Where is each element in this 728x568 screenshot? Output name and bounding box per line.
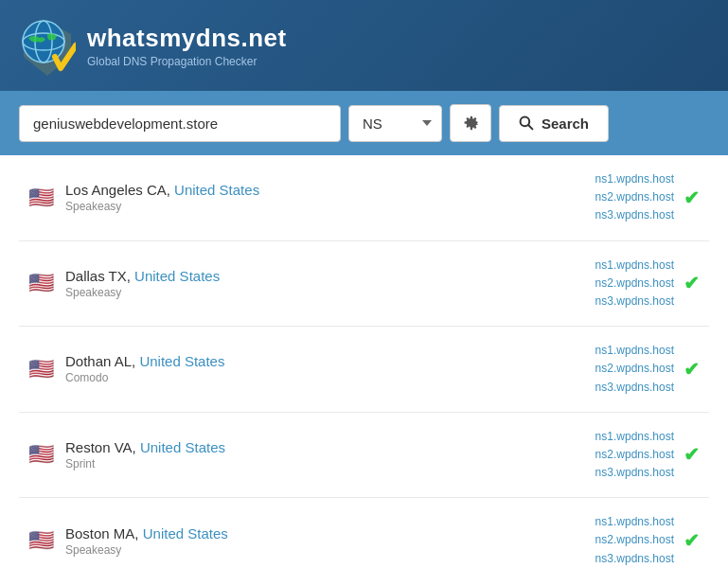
dns-list: ns1.wpdns.hostns2.wpdns.hostns3.wpdns.ho… [595, 257, 674, 311]
verified-icon: ✔ [684, 186, 700, 209]
isp-label: Speakeasy [65, 200, 259, 213]
flag-icon: 🇺🇸 [28, 186, 54, 210]
location-name: Reston VA, United States [65, 439, 225, 455]
search-label: Search [542, 115, 589, 132]
location-name: Los Angeles CA, United States [65, 182, 259, 198]
dns-item[interactable]: ns2.wpdns.host [595, 275, 674, 293]
isp-label: Speakeasy [65, 286, 220, 299]
logo-container: whatsmydns.net Global DNS Propagation Ch… [19, 17, 287, 74]
country-label: United States [139, 353, 224, 369]
verified-icon: ✔ [684, 272, 700, 294]
country-label: United States [174, 182, 259, 198]
dns-item[interactable]: ns3.wpdns.host [595, 293, 674, 311]
search-bar: NS A AAAA CNAME MX PTR SOA SRV TXT Searc… [0, 91, 728, 155]
dns-item[interactable]: ns1.wpdns.host [595, 428, 674, 446]
city-label: Los Angeles CA, [65, 182, 174, 198]
dns-item[interactable]: ns3.wpdns.host [595, 206, 674, 224]
dns-item[interactable]: ns3.wpdns.host [595, 379, 674, 397]
logo-icon [19, 17, 76, 74]
location-info: 🇺🇸 Dothan AL, United States Comodo [28, 353, 224, 384]
isp-label: Comodo [65, 371, 224, 384]
table-row: 🇺🇸 Boston MA, United States Speakeasy ns… [19, 498, 709, 568]
dns-item[interactable]: ns2.wpdns.host [595, 531, 674, 549]
location-text: Dothan AL, United States Comodo [65, 353, 224, 384]
flag-icon: 🇺🇸 [28, 442, 54, 467]
location-name: Dallas TX, United States [65, 268, 220, 284]
location-info: 🇺🇸 Los Angeles CA, United States Speakea… [28, 182, 259, 213]
dns-list: ns1.wpdns.hostns2.wpdns.hostns3.wpdns.ho… [595, 428, 674, 483]
dns-results: ns1.wpdns.hostns2.wpdns.hostns3.wpdns.ho… [595, 342, 700, 397]
dns-list: ns1.wpdns.hostns2.wpdns.hostns3.wpdns.ho… [595, 513, 674, 568]
dns-item[interactable]: ns3.wpdns.host [595, 464, 674, 482]
dns-results: ns1.wpdns.hostns2.wpdns.hostns3.wpdns.ho… [595, 257, 700, 311]
table-row: 🇺🇸 Dallas TX, United States Speakeasy ns… [19, 241, 709, 328]
dns-item[interactable]: ns1.wpdns.host [595, 257, 674, 275]
search-button[interactable]: Search [499, 105, 609, 142]
country-label: United States [140, 439, 225, 455]
verified-icon: ✔ [684, 358, 700, 381]
dns-item[interactable]: ns2.wpdns.host [595, 360, 674, 378]
site-name: whatsmydns.net [87, 24, 287, 53]
search-icon [519, 115, 534, 131]
verified-icon: ✔ [684, 443, 700, 466]
site-subtitle: Global DNS Propagation Checker [87, 55, 287, 68]
gear-icon [462, 115, 479, 132]
dns-item[interactable]: ns1.wpdns.host [595, 170, 674, 188]
location-text: Boston MA, United States Speakeasy [65, 525, 228, 557]
dns-list: ns1.wpdns.hostns2.wpdns.hostns3.wpdns.ho… [595, 342, 674, 397]
location-text: Los Angeles CA, United States Speakeasy [65, 182, 259, 213]
dns-item[interactable]: ns3.wpdns.host [595, 550, 674, 568]
location-info: 🇺🇸 Boston MA, United States Speakeasy [28, 525, 228, 557]
country-label: United States [134, 268, 220, 284]
city-label: Boston MA, [65, 525, 143, 541]
table-row: 🇺🇸 Reston VA, United States Sprint ns1.w… [19, 413, 709, 499]
location-name: Boston MA, United States [65, 525, 228, 541]
domain-input[interactable] [19, 105, 341, 142]
location-name: Dothan AL, United States [65, 353, 224, 369]
header: whatsmydns.net Global DNS Propagation Ch… [0, 0, 728, 91]
country-label: United States [143, 525, 228, 541]
verified-icon: ✔ [684, 529, 700, 552]
table-row: 🇺🇸 Los Angeles CA, United States Speakea… [19, 155, 709, 241]
dns-item[interactable]: ns2.wpdns.host [595, 188, 674, 206]
svg-line-6 [528, 125, 532, 129]
flag-icon: 🇺🇸 [28, 271, 54, 295]
flag-icon: 🇺🇸 [28, 528, 54, 553]
dns-results: ns1.wpdns.hostns2.wpdns.hostns3.wpdns.ho… [595, 428, 700, 483]
location-info: 🇺🇸 Dallas TX, United States Speakeasy [28, 268, 220, 299]
site-title: whatsmydns.net Global DNS Propagation Ch… [87, 24, 287, 68]
city-label: Dallas TX, [65, 268, 134, 284]
dns-item[interactable]: ns2.wpdns.host [595, 446, 674, 464]
city-label: Reston VA, [65, 439, 140, 455]
dns-results: ns1.wpdns.hostns2.wpdns.hostns3.wpdns.ho… [595, 170, 700, 225]
results-container: 🇺🇸 Los Angeles CA, United States Speakea… [0, 155, 728, 568]
isp-label: Sprint [65, 457, 225, 470]
dns-list: ns1.wpdns.hostns2.wpdns.hostns3.wpdns.ho… [595, 170, 674, 225]
flag-icon: 🇺🇸 [28, 357, 54, 382]
dns-item[interactable]: ns1.wpdns.host [595, 513, 674, 531]
isp-label: Speakeasy [65, 543, 228, 557]
location-info: 🇺🇸 Reston VA, United States Sprint [28, 439, 225, 470]
location-text: Dallas TX, United States Speakeasy [65, 268, 220, 299]
dns-item[interactable]: ns1.wpdns.host [595, 342, 674, 360]
dns-type-select[interactable]: NS A AAAA CNAME MX PTR SOA SRV TXT [348, 105, 442, 142]
dns-results: ns1.wpdns.hostns2.wpdns.hostns3.wpdns.ho… [595, 513, 700, 568]
settings-button[interactable] [450, 104, 491, 142]
location-text: Reston VA, United States Sprint [65, 439, 225, 470]
city-label: Dothan AL, [65, 353, 139, 369]
table-row: 🇺🇸 Dothan AL, United States Comodo ns1.w… [19, 327, 709, 413]
